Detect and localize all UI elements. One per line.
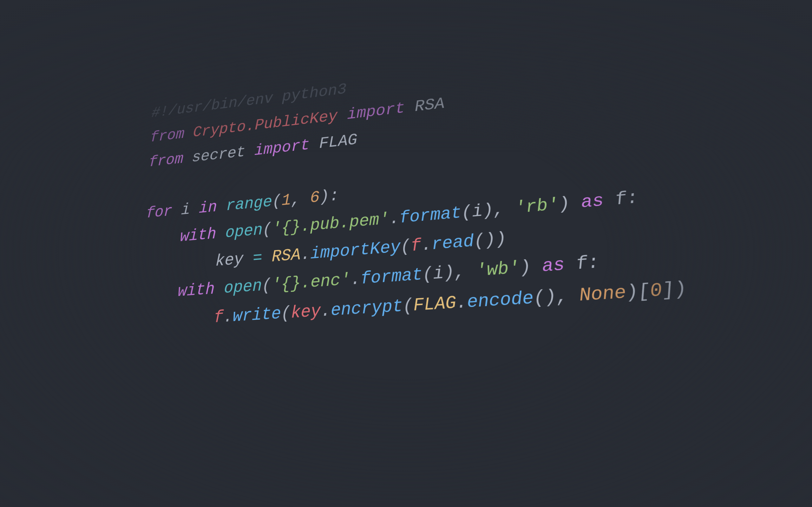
- name-flag: FLAG: [319, 131, 357, 153]
- num-1: 1: [282, 191, 291, 210]
- paren: (: [400, 236, 411, 257]
- kw-from: from: [150, 125, 185, 146]
- const-none: None: [578, 282, 627, 306]
- name-rsa: RSA: [414, 95, 445, 115]
- var-i: i: [181, 201, 190, 219]
- op-eq: =: [243, 247, 272, 268]
- fn-range: range: [226, 193, 272, 215]
- comma: ,: [454, 261, 477, 283]
- arg-i: i: [471, 202, 484, 222]
- kw-import: import: [347, 99, 405, 123]
- kw-in: in: [199, 198, 217, 217]
- colon: :: [625, 187, 640, 209]
- var-f: f: [213, 307, 223, 327]
- kw-from: from: [148, 150, 184, 170]
- fn-open: open: [224, 276, 262, 298]
- var-key: key: [291, 301, 321, 323]
- kw-with: with: [180, 225, 217, 246]
- fn-read: read: [431, 231, 474, 254]
- var-f: f: [410, 236, 421, 256]
- paren: (: [263, 220, 272, 239]
- paren: (: [473, 230, 485, 250]
- comma: ,: [493, 199, 516, 220]
- kw-import: import: [254, 136, 310, 159]
- colon: :: [587, 252, 600, 274]
- code-screenshot: #!/usr/bin/env python3 from Crypto.Publi…: [0, 0, 812, 507]
- const-flag: FLAG: [413, 293, 457, 316]
- paren: (: [281, 303, 291, 323]
- paren: ): [484, 230, 496, 250]
- paren: ): [495, 229, 507, 249]
- kw-for: for: [146, 203, 172, 222]
- paren: ): [673, 278, 688, 300]
- paren: (: [403, 295, 414, 316]
- paren: ): [558, 193, 571, 214]
- paren: (: [272, 192, 282, 211]
- paren: ): [320, 187, 329, 207]
- fn-format: format: [399, 204, 462, 228]
- paren: ): [519, 257, 531, 278]
- paren: (: [422, 264, 434, 285]
- kw-as: as: [541, 255, 565, 277]
- str-rb: 'rb': [514, 195, 560, 218]
- kw-as: as: [580, 191, 605, 212]
- dot: .: [420, 235, 432, 255]
- str-pub-pem: '{}.pub.pem': [272, 210, 390, 238]
- kw-with: with: [177, 280, 215, 301]
- colon: :: [329, 187, 339, 206]
- arg-i: i: [433, 263, 444, 284]
- fn-write: write: [233, 304, 281, 326]
- code-perspective-wrap: #!/usr/bin/env python3 from Crypto.Publi…: [152, 101, 627, 334]
- paren: (: [461, 203, 473, 222]
- paren: (: [262, 276, 271, 295]
- module-secret: secret: [192, 144, 246, 166]
- comma: ,: [291, 189, 310, 209]
- cls-rsa: RSA: [272, 245, 301, 266]
- dot: .: [223, 307, 233, 326]
- dot: .: [321, 301, 331, 321]
- python-code-block: #!/usr/bin/env python3 from Crypto.Publi…: [139, 38, 689, 337]
- str-enc: '{}.enc': [271, 270, 351, 295]
- fn-format: format: [360, 265, 423, 289]
- dot: .: [350, 269, 361, 289]
- fn-open: open: [225, 221, 263, 242]
- fn-encode: encode: [466, 288, 535, 313]
- str-wb: 'wb': [475, 258, 520, 281]
- fn-encrypt: encrypt: [331, 296, 403, 320]
- fn-importkey: importKey: [310, 237, 401, 263]
- paren: ): [482, 201, 494, 221]
- dot: .: [389, 209, 400, 228]
- paren: ): [443, 263, 455, 283]
- comma: ,: [555, 285, 580, 307]
- dot: .: [455, 292, 467, 313]
- num-6: 6: [310, 188, 320, 207]
- var-key: key: [215, 250, 243, 270]
- dot: .: [301, 244, 310, 264]
